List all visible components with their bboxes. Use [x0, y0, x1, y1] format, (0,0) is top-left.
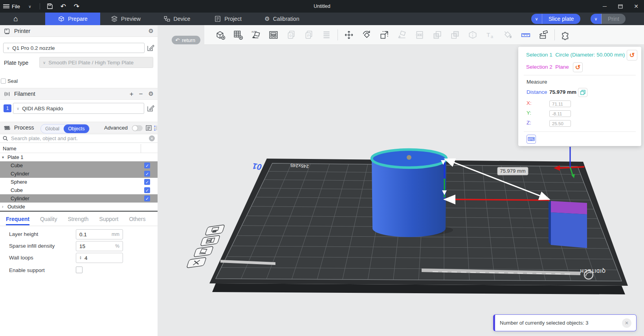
process-scope-toggle[interactable]: Global Objects	[40, 124, 90, 133]
plate-delete-icon[interactable]	[187, 257, 206, 268]
filament-settings-gear-icon[interactable]: ⚙	[149, 90, 154, 97]
paint-icon[interactable]	[501, 28, 515, 42]
scope-objects-label[interactable]: Objects	[64, 124, 89, 133]
scale-icon[interactable]	[378, 28, 391, 42]
rotate-icon[interactable]	[360, 28, 373, 42]
clear-search-icon[interactable]: ✕	[149, 135, 155, 141]
tree-row-cylinder-1[interactable]: Cylinder ✓	[0, 170, 158, 178]
enable-support-checkbox[interactable]	[76, 267, 83, 273]
seal-checkbox[interactable]	[1, 79, 6, 84]
file-menu[interactable]: File	[0, 0, 23, 13]
plugins-icon[interactable]	[559, 28, 572, 42]
add-text-icon[interactable]: Ta	[484, 28, 497, 42]
wall-loops-stepper[interactable]: ▲▼ 4	[76, 253, 123, 263]
undo-button[interactable]: ↶	[57, 0, 70, 13]
tree-row-sphere[interactable]: Sphere ✓	[0, 178, 158, 186]
tab-preview[interactable]: Preview	[100, 13, 151, 25]
visibility-checkbox[interactable]: ✓	[144, 163, 150, 168]
plate-type-select[interactable]: ∨ Smooth PEI Plate / High Temp Plate	[39, 57, 153, 68]
cube-object[interactable]	[549, 201, 587, 248]
z-value-input[interactable]: 25.50	[549, 120, 571, 127]
save-button[interactable]	[43, 0, 57, 13]
move-icon[interactable]	[342, 28, 356, 42]
plate-arrange-icon[interactable]	[200, 235, 220, 246]
infill-input[interactable]: 15 %	[76, 241, 123, 251]
add-filament-button[interactable]: +	[130, 91, 134, 97]
boolean-difference-icon[interactable]	[448, 28, 462, 42]
file-menu-chevron[interactable]: ∨	[23, 0, 37, 13]
edit-printer-icon[interactable]	[147, 44, 154, 52]
tab-support[interactable]: Support	[99, 216, 118, 224]
x-value-input[interactable]: 71.11	[549, 100, 571, 107]
build-plate[interactable]: 245x245 QIDITECH	[209, 159, 628, 294]
printer-settings-gear-icon[interactable]: ⚙	[149, 27, 154, 35]
filament-preset-select[interactable]: ∨ QIDI ABS Rapido	[13, 103, 144, 114]
plate-orient-icon[interactable]	[194, 246, 213, 257]
collapse-chevron-icon[interactable]: ▾	[2, 155, 7, 159]
print-button[interactable]: ∨ Print	[591, 14, 626, 24]
slice-plate-button[interactable]: ∨ Slice plate	[531, 14, 580, 24]
boolean-union-icon[interactable]	[431, 28, 444, 42]
tab-strength[interactable]: Strength	[68, 216, 88, 224]
tab-quality[interactable]: Quality	[40, 216, 57, 224]
notification-close-icon[interactable]: ✕	[622, 318, 631, 328]
mesh-edit-icon[interactable]	[466, 28, 479, 42]
scope-global-label[interactable]: Global	[41, 126, 64, 131]
arrange-icon[interactable]	[267, 28, 280, 42]
visibility-checkbox[interactable]: ✓	[144, 195, 150, 201]
tree-row-cube-1[interactable]: Cube ✓	[0, 161, 158, 170]
copy-icon[interactable]: 0	[284, 28, 298, 42]
print-dropdown-chevron[interactable]: ∨	[591, 14, 602, 24]
return-button[interactable]: ↶ return	[172, 36, 200, 44]
paste-icon[interactable]: P	[302, 28, 316, 42]
tree-row-cube-2[interactable]: Cube ✓	[0, 186, 158, 194]
visibility-checkbox[interactable]: ✓	[144, 179, 150, 185]
visibility-checkbox[interactable]: ✓	[144, 187, 150, 193]
maximize-button[interactable]	[613, 0, 628, 13]
keyboard-input-button[interactable]: ⌨	[527, 135, 536, 144]
tab-calibration[interactable]: ⚙ Calibration	[253, 13, 310, 25]
tab-prepare[interactable]: Prepare	[45, 13, 100, 25]
plate-number-label[interactable]: 01	[252, 162, 262, 172]
tab-others[interactable]: Others	[129, 216, 145, 224]
object-list-icon[interactable]	[320, 28, 333, 42]
home-button[interactable]: ⌂	[5, 13, 27, 25]
close-button[interactable]: ✕	[628, 0, 644, 13]
plate-print-icon[interactable]	[205, 225, 225, 235]
tab-frequent[interactable]: Frequent	[6, 216, 29, 225]
layer-height-input[interactable]: 0.1 mm	[76, 229, 123, 239]
selection1-row[interactable]: Selection 1 Circle (Diameter: 50.000 mm)	[526, 52, 625, 58]
remove-filament-button[interactable]: −	[139, 91, 143, 97]
tree-row-cylinder-2[interactable]: Cylinder ✓	[0, 194, 158, 203]
reset-selection2-button[interactable]: ↺	[573, 62, 583, 72]
cut-icon[interactable]	[413, 28, 426, 42]
cylinder-object[interactable]	[372, 150, 446, 237]
3d-viewport[interactable]: 245x245 QIDITECH 01	[158, 25, 644, 336]
parameter-list-icon[interactable]	[146, 125, 152, 131]
stepper-arrows-icon[interactable]: ▲▼	[79, 256, 82, 260]
plate-action-icons[interactable]	[187, 225, 225, 268]
visibility-checkbox[interactable]: ✓	[144, 171, 150, 177]
selection2-row[interactable]: Selection 2 Plane	[526, 64, 569, 70]
redo-button[interactable]: ↷	[70, 0, 83, 13]
tree-row-plate1[interactable]: ▾ Plate 1	[0, 153, 158, 161]
add-plate-icon[interactable]	[231, 28, 245, 42]
search-input[interactable]	[10, 135, 147, 142]
reset-selection1-button[interactable]: ↺	[627, 50, 637, 60]
advanced-toggle[interactable]	[132, 125, 143, 131]
y-value-input[interactable]: -8.11	[549, 110, 571, 117]
minimize-button[interactable]: ─	[597, 0, 613, 13]
lay-on-face-icon[interactable]	[395, 28, 409, 42]
add-model-icon[interactable]	[214, 28, 227, 42]
filament-slot-badge[interactable]: 1	[4, 104, 11, 112]
auto-orient-icon[interactable]: AUTO	[249, 28, 262, 42]
edit-filament-icon[interactable]	[147, 104, 154, 112]
printer-preset-select[interactable]: ∨ Q1 Pro 0.2 nozzle	[3, 43, 145, 53]
slice-dropdown-chevron[interactable]: ∨	[531, 14, 542, 24]
parameter-columns-icon[interactable]	[154, 125, 158, 131]
sphere-object[interactable]	[407, 155, 411, 160]
tab-project[interactable]: Project	[202, 13, 253, 25]
assembly-icon[interactable]	[537, 28, 550, 42]
expand-chevron-icon[interactable]: ›	[2, 205, 7, 209]
measure-icon[interactable]	[519, 28, 532, 42]
